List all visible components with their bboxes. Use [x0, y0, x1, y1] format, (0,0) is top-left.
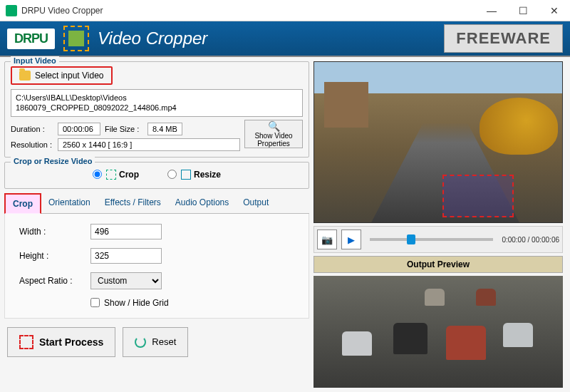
show-video-properties-button[interactable]: 🔍 Show Video Properties — [244, 120, 303, 148]
reset-icon — [135, 336, 146, 348]
start-icon — [19, 335, 33, 349]
output-preview-header: Output Preview — [314, 256, 563, 273]
output-preview — [314, 276, 563, 388]
input-video-label: Input Video — [11, 56, 59, 65]
crop-resize-group: Crop or Resize Video Crop Resize — [4, 162, 309, 189]
duration-value: 00:00:06 — [58, 123, 100, 135]
tab-orientation[interactable]: Orientation — [41, 193, 98, 213]
resolution-value: 2560 x 1440 [ 16:9 ] — [58, 138, 240, 151]
resize-radio-input[interactable] — [167, 170, 177, 179]
folder-icon — [19, 71, 31, 81]
input-video-group: Input Video Select input Video C:\Users\… — [4, 61, 309, 158]
seek-thumb[interactable] — [407, 234, 415, 244]
resize-icon — [181, 170, 191, 180]
width-label: Width : — [19, 227, 83, 237]
crop-resize-label: Crop or Resize Video — [11, 157, 95, 165]
tab-bar: Crop Orientation Effects / Filters Audio… — [4, 193, 309, 214]
header-banner: DRPU Video Cropper FREEWARE — [0, 21, 570, 57]
crop-logo-icon — [63, 26, 89, 51]
reset-button[interactable]: Reset — [123, 327, 188, 357]
aspect-ratio-select[interactable]: Custom — [90, 272, 162, 289]
tab-crop[interactable]: Crop — [4, 193, 41, 214]
aspect-label: Aspect Ratio : — [19, 276, 83, 286]
filesize-value: 8.4 MB — [147, 123, 182, 135]
time-display: 0:00:00 / 00:00:06 — [502, 236, 559, 244]
crop-radio-input[interactable] — [93, 170, 102, 179]
minimize-button[interactable]: — — [476, 0, 507, 21]
show-grid-label: Show / Hide Grid — [104, 298, 169, 308]
height-label: Height : — [19, 251, 83, 261]
crop-radio-label: Crop — [119, 170, 139, 180]
crop-icon — [106, 170, 116, 180]
app-icon — [6, 5, 17, 16]
crop-tab-body: Width : Height : Aspect Ratio : Custom S… — [4, 214, 309, 319]
show-grid-checkbox[interactable] — [90, 298, 100, 307]
show-props-label: Show Video Properties — [249, 132, 298, 148]
tab-output[interactable]: Output — [236, 193, 276, 213]
width-input[interactable] — [90, 224, 162, 239]
start-process-button[interactable]: Start Process — [7, 327, 115, 357]
magnifier-icon: 🔍 — [268, 120, 280, 132]
resolution-label: Resolution : — [11, 140, 53, 149]
select-input-label: Select input Video — [35, 71, 104, 81]
close-button[interactable]: ✕ — [539, 0, 570, 21]
play-button[interactable]: ▶ — [341, 229, 361, 249]
window-title: DRPU Video Cropper — [21, 6, 476, 16]
select-input-video-button[interactable]: Select input Video — [11, 66, 113, 85]
reset-label: Reset — [152, 336, 176, 347]
height-input[interactable] — [90, 248, 162, 264]
video-path-display: C:\Users\IBALL\Desktop\Videos 1860079_CR… — [11, 89, 303, 117]
freeware-badge: FREEWARE — [444, 24, 563, 53]
tab-audio[interactable]: Audio Options — [168, 193, 236, 213]
start-label: Start Process — [39, 336, 103, 348]
snapshot-button[interactable]: 📷 — [317, 229, 337, 249]
video-preview[interactable] — [314, 61, 563, 223]
seek-bar[interactable] — [370, 238, 493, 241]
crop-radio[interactable]: Crop — [93, 170, 139, 180]
player-controls: 📷 ▶ 0:00:00 / 00:00:06 — [314, 226, 563, 253]
resize-radio-label: Resize — [194, 170, 221, 180]
window-titlebar: DRPU Video Cropper — ☐ ✕ — [0, 0, 570, 21]
duration-label: Duration : — [11, 125, 53, 133]
maximize-button[interactable]: ☐ — [507, 0, 539, 21]
tab-effects[interactable]: Effects / Filters — [98, 193, 168, 213]
filesize-label: File Size : — [105, 125, 143, 133]
brand-logo: DRPU — [7, 29, 55, 49]
crop-selection-box[interactable] — [442, 175, 514, 217]
resize-radio[interactable]: Resize — [167, 170, 221, 180]
banner-title: Video Cropper — [98, 29, 435, 48]
